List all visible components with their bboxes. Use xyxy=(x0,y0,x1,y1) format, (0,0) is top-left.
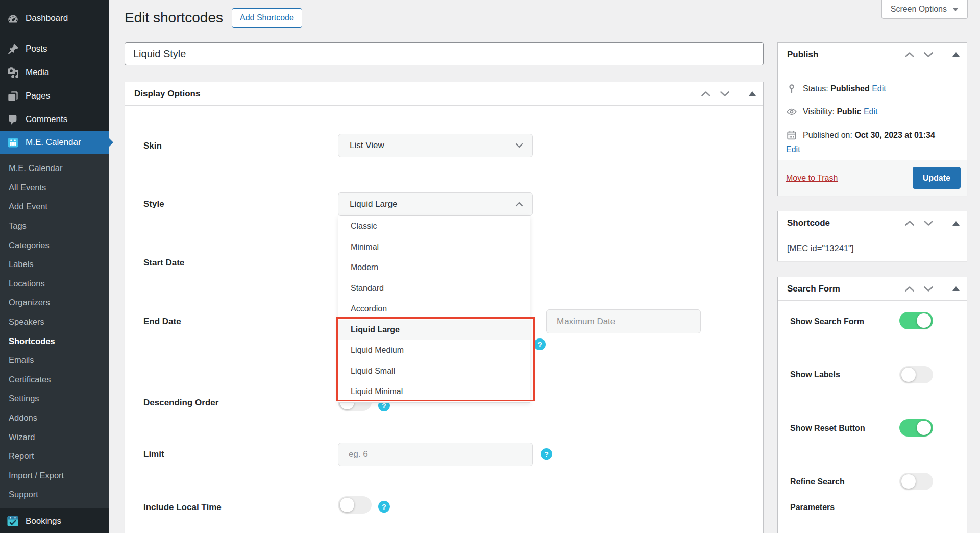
sidebar-item-label: Pages xyxy=(26,91,50,101)
submenu-item-me-calendar[interactable]: M.E. Calendar xyxy=(0,159,109,178)
comments-icon xyxy=(7,114,19,126)
sidebar-item-comments[interactable]: Comments xyxy=(0,108,109,131)
submenu-item-all-events[interactable]: All Events xyxy=(0,178,109,198)
sidebar-item-pages[interactable]: Pages xyxy=(0,84,109,108)
style-option-liquid-large[interactable]: Liquid Large xyxy=(338,320,530,341)
shortcode-value: [MEC id="13241"] xyxy=(778,235,967,261)
edit-published-on-link[interactable]: Edit xyxy=(786,145,800,154)
help-icon[interactable]: ? xyxy=(541,448,552,460)
sidebar-item-bookings[interactable]: Bookings xyxy=(0,510,109,533)
display-options-header: Display Options xyxy=(125,82,763,106)
panel-actions xyxy=(701,91,756,97)
help-icon[interactable]: ? xyxy=(378,501,390,513)
screen-options-label: Screen Options xyxy=(891,5,947,14)
refine-search-toggle[interactable] xyxy=(899,473,933,490)
submenu-item-add-event[interactable]: Add Event xyxy=(0,197,109,216)
show-reset-button-toggle[interactable] xyxy=(899,419,933,437)
panel-title: Publish xyxy=(787,50,904,60)
include-local-time-toggle[interactable] xyxy=(338,496,372,514)
submenu-item-tags[interactable]: Tags xyxy=(0,216,109,236)
collapse-icon[interactable] xyxy=(952,221,960,226)
screen-options-button[interactable]: Screen Options xyxy=(881,0,968,19)
move-down-icon[interactable] xyxy=(720,91,730,97)
sidebar-item-me-calendar[interactable]: M.E. Calendar xyxy=(0,131,109,154)
edit-visibility-link[interactable]: Edit xyxy=(864,107,878,116)
style-label: Style xyxy=(143,199,164,209)
move-to-trash-link[interactable]: Move to Trash xyxy=(786,174,838,183)
eye-icon xyxy=(786,106,797,117)
style-option-standard[interactable]: Standard xyxy=(338,278,530,299)
move-down-icon[interactable] xyxy=(923,52,934,58)
submenu-item-shortcodes[interactable]: Shortcodes xyxy=(0,331,109,351)
refine-search-label: Refine Search xyxy=(790,477,845,487)
sidebar-separator xyxy=(0,30,109,37)
sidebar-item-label: Dashboard xyxy=(26,13,68,23)
submenu-item-addons[interactable]: Addons xyxy=(0,408,109,428)
submenu-item-import-export[interactable]: Import / Export xyxy=(0,466,109,486)
submenu-item-speakers[interactable]: Speakers xyxy=(0,312,109,332)
style-option-liquid-medium[interactable]: Liquid Medium xyxy=(338,340,530,361)
style-option-accordion[interactable]: Accordion xyxy=(338,299,530,320)
move-up-icon[interactable] xyxy=(904,52,915,58)
submenu-item-wizard[interactable]: Wizard xyxy=(0,427,109,447)
style-option-liquid-small[interactable]: Liquid Small xyxy=(338,361,530,382)
sidebar-item-dashboard[interactable]: Dashboard xyxy=(0,7,109,30)
edit-status-link[interactable]: Edit xyxy=(872,84,886,93)
limit-input[interactable] xyxy=(338,443,533,466)
shortcode-title-input[interactable] xyxy=(125,42,764,65)
submenu-item-categories[interactable]: Categories xyxy=(0,235,109,255)
maximum-date-input[interactable] xyxy=(546,309,701,333)
move-up-icon[interactable] xyxy=(701,91,711,97)
media-icon xyxy=(7,67,19,79)
sidebar-item-label: Media xyxy=(26,67,49,78)
sidebar-item-posts[interactable]: Posts xyxy=(0,37,109,61)
move-up-icon[interactable] xyxy=(904,286,915,292)
move-down-icon[interactable] xyxy=(923,286,934,292)
published-on-text: Published on: Oct 30, 2023 at 01:34 xyxy=(803,131,935,140)
submenu-item-report[interactable]: Report xyxy=(0,447,109,466)
side-column: Publish Status: Published Edit Visibilit… xyxy=(777,42,967,533)
submenu-item-labels[interactable]: Labels xyxy=(0,255,109,274)
search-form-header: Search Form xyxy=(778,277,967,301)
submenu-item-locations[interactable]: Locations xyxy=(0,274,109,294)
display-options-panel: Display Options Skin List View Style Liq… xyxy=(125,82,764,533)
main-content: Screen Options Edit shortcodes Add Short… xyxy=(109,0,980,533)
status-text: Status: Published Edit xyxy=(803,84,886,93)
toggle-knob xyxy=(917,421,931,435)
sidebar-item-media[interactable]: Media xyxy=(0,61,109,84)
show-reset-button-label: Show Reset Button xyxy=(790,424,865,433)
collapse-icon[interactable] xyxy=(749,91,756,96)
chevron-up-icon xyxy=(515,202,523,207)
submenu-item-settings[interactable]: Settings xyxy=(0,389,109,408)
show-search-form-toggle[interactable] xyxy=(899,312,933,329)
help-icon[interactable]: ? xyxy=(534,338,546,350)
shortcode-panel: Shortcode [MEC id="13241"] xyxy=(777,211,967,261)
submenu-item-organizers[interactable]: Organizers xyxy=(0,293,109,312)
submenu-item-certificates[interactable]: Certificates xyxy=(0,370,109,390)
page-header: Edit shortcodes Add Shortcode xyxy=(125,8,302,28)
descending-order-label: Descending Order xyxy=(143,398,218,408)
update-button[interactable]: Update xyxy=(913,167,961,189)
collapse-icon[interactable] xyxy=(952,286,960,291)
search-form-panel: Search Form Show Search Form Show Labels… xyxy=(777,277,967,533)
submenu-item-support[interactable]: Support xyxy=(0,485,109,504)
move-up-icon[interactable] xyxy=(904,220,915,226)
style-option-minimal[interactable]: Minimal xyxy=(338,237,530,258)
style-option-modern[interactable]: Modern xyxy=(338,257,530,278)
publish-footer: Move to Trash Update xyxy=(778,160,967,196)
show-labels-toggle[interactable] xyxy=(899,366,933,383)
toggle-knob xyxy=(917,313,931,328)
style-option-liquid-minimal[interactable]: Liquid Minimal xyxy=(338,381,530,402)
skin-select[interactable]: List View xyxy=(338,134,533,157)
limit-label: Limit xyxy=(143,449,164,459)
submenu-item-emails[interactable]: Emails xyxy=(0,351,109,370)
panel-actions xyxy=(904,52,960,58)
collapse-icon[interactable] xyxy=(952,52,960,57)
sidebar-item-label: Comments xyxy=(26,114,67,125)
style-select[interactable]: Liquid Large xyxy=(338,192,533,216)
style-option-classic[interactable]: Classic xyxy=(338,216,530,237)
skin-select-value: List View xyxy=(350,140,384,151)
admin-sidebar: Dashboard Posts Media Pages Comments M.E… xyxy=(0,0,109,533)
move-down-icon[interactable] xyxy=(923,220,934,226)
add-shortcode-button[interactable]: Add Shortcode xyxy=(232,8,302,28)
